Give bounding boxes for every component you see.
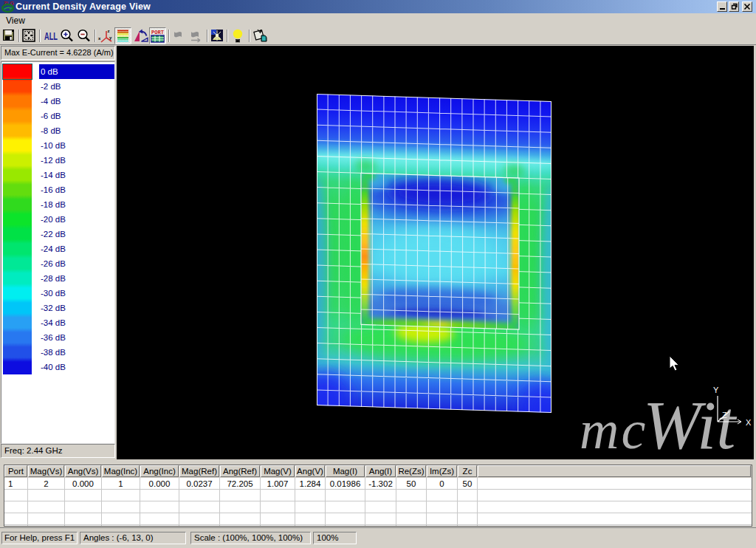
- svg-text:ALL: ALL: [44, 30, 58, 42]
- svg-text:Wit: Wit: [643, 386, 737, 459]
- svg-text:z: z: [108, 29, 110, 33]
- svg-text:Z: Z: [722, 411, 727, 419]
- svg-text:Y: Y: [713, 386, 719, 394]
- svg-text:X: X: [746, 418, 752, 427]
- svg-text:y: y: [109, 35, 112, 40]
- svg-text:PORT: PORT: [151, 29, 164, 35]
- svg-text:x: x: [98, 36, 101, 41]
- svg-text:mc: mc: [580, 400, 647, 459]
